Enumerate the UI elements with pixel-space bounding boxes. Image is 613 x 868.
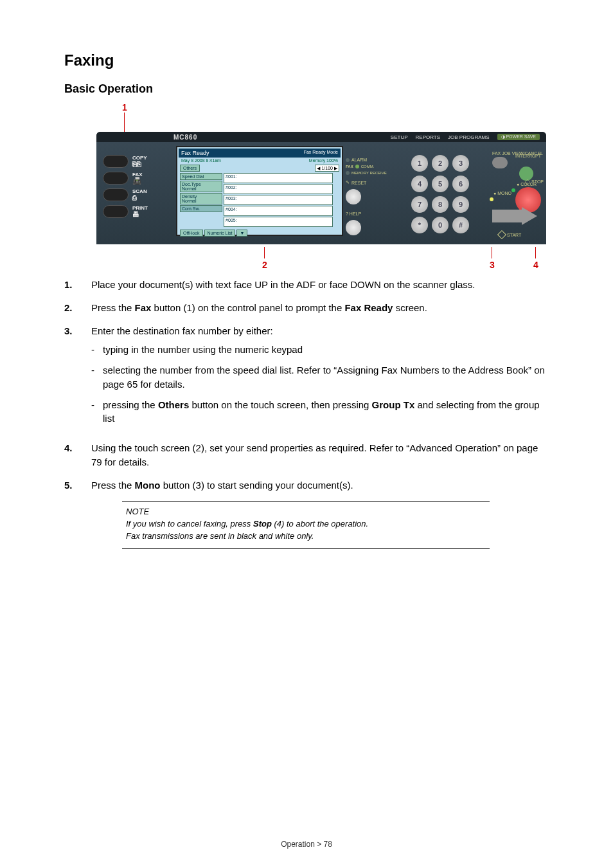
dial-004[interactable]: #004: [224,206,333,216]
next-icon[interactable]: ▶ [334,166,337,171]
section-subtitle: Basic Operation [64,82,549,96]
key-7[interactable]: 7 [411,196,428,213]
screen-mode: Fax Ready Mode [304,150,338,156]
substep-item: pressing the Others button on the touch … [91,398,549,426]
start-label: START [499,231,521,238]
key-3[interactable]: 3 [452,155,469,172]
step-item: Press the Mono button (3) to start sendi… [64,478,549,493]
com-sw-button[interactable]: Com.Sw. [180,205,222,212]
key-hash[interactable]: # [452,217,469,233]
reports-label[interactable]: REPORTS [416,134,441,140]
dial-003[interactable]: #003: [224,195,333,205]
offhook-button[interactable]: OffHook [180,230,203,237]
faxjob-button[interactable] [492,157,508,168]
bottom-callouts: 2 3 4 [96,247,546,270]
copy-button[interactable] [103,155,129,168]
dial-001[interactable]: #001: [224,173,333,183]
substep-item: typing in the number using the numeric k… [91,343,549,357]
note-box: NOTE If you wish to cancel faxing, press… [122,501,490,549]
callout-1: 1 [122,102,549,132]
scan-label: SCAN⎙ [132,189,147,201]
key-9[interactable]: 9 [452,196,469,213]
key-5[interactable]: 5 [432,176,449,192]
print-label: PRINT🖶 [132,206,148,218]
interrupt-label: INTERRUPT [515,154,541,158]
mono-led-icon [490,197,493,201]
numeric-list-button[interactable]: Numeric List [204,230,236,237]
screen-date: May 8 2008 8:41am [181,158,221,163]
steps-list: Place your document(s) with text face UP… [64,278,549,492]
step-item: Using the touch screen (2), set your sen… [64,441,549,469]
power-save-button[interactable]: ◑ POWER SAVE [497,134,540,140]
brand-label: MC860 [173,134,197,141]
print-button[interactable] [103,205,129,218]
key-star[interactable]: * [411,217,428,233]
note-line: Fax transmissions are sent in black and … [126,531,486,541]
fax-label: FAX📠 [132,172,143,185]
mono-label: ● MONO [493,191,511,195]
copy-label: COPY⎘⎘ [132,156,147,168]
substep-item: selecting the number from the speed dial… [91,363,549,392]
key-0[interactable]: 0 [432,217,449,233]
dial-005[interactable]: #005: [224,217,333,227]
doc-type-button[interactable]: Doc.Type Normal [180,181,222,192]
help-button[interactable] [346,220,361,235]
note-line: If you wish to cancel faxing, press Stop… [126,519,486,529]
panel-top-bar: MC860 SETUP REPORTS JOB PROGRAMS ◑ POWER… [96,132,546,142]
interrupt-button[interactable] [519,167,533,181]
start-button[interactable] [492,207,537,225]
key-1[interactable]: 1 [411,155,428,172]
page-footer: Operation > 78 [0,840,613,849]
setup-label[interactable]: SETUP [391,134,408,140]
color-label: ● COLOR [517,182,537,186]
key-4[interactable]: 4 [411,176,428,192]
key-8[interactable]: 8 [432,196,449,213]
scan-button[interactable] [103,188,129,201]
key-6[interactable]: 6 [452,176,469,192]
pager[interactable]: ◀ 1/100 ▶ [315,165,339,172]
screen-title: Fax Ready [181,150,209,156]
step-item: Place your document(s) with text face UP… [64,278,549,292]
color-led-icon [511,188,515,192]
status-column: ALARM FAXCOMM. MEMORY RECEIVE ✎ RESET ? … [343,150,407,244]
job-programs-label[interactable]: JOB PROGRAMS [448,134,489,140]
reset-button[interactable] [346,189,361,204]
note-title: NOTE [126,507,486,516]
density-button[interactable]: Density Normal [180,193,222,204]
control-panel-figure: MC860 SETUP REPORTS JOB PROGRAMS ◑ POWER… [96,132,546,270]
others-button[interactable]: Others [180,165,200,172]
scroll-down-button[interactable]: ▼ [236,230,247,237]
prev-icon[interactable]: ◀ [317,166,320,171]
fax-button[interactable] [103,172,129,185]
dial-002[interactable]: #002: [224,184,333,194]
step-item: Enter the destination fax number by eith… [64,324,549,433]
speed-dial-button[interactable]: Speed Dial [180,173,222,180]
page-title: Faxing [64,51,549,69]
numeric-keypad: 1 2 3 4 5 6 7 8 9 * 0 # [407,151,486,244]
touch-screen[interactable]: Fax Ready Fax Ready Mode May 8 2008 8:41… [176,146,343,236]
key-2[interactable]: 2 [432,155,449,172]
step-item: Press the Fax button (1) on the control … [64,301,549,315]
